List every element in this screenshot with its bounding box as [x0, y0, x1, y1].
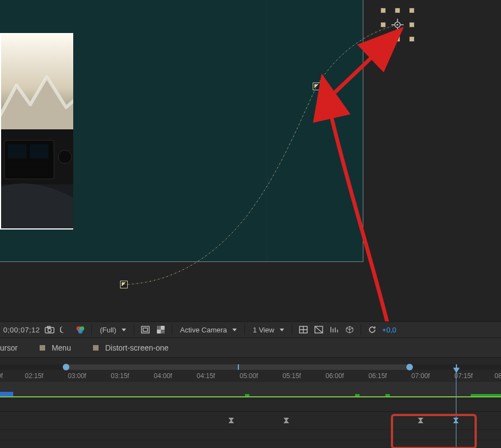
chevron-down-icon [122, 329, 126, 331]
views-dropdown[interactable]: 1 View [251, 325, 286, 335]
keyframe-icon[interactable] [283, 417, 290, 424]
resolution-dropdown[interactable]: (Full) [97, 325, 128, 335]
layer-preview-image[interactable] [0, 33, 73, 230]
svg-rect-17 [141, 326, 149, 333]
keyframe-icon[interactable] [228, 417, 235, 424]
layer-tab-cursor[interactable]: ursor [0, 343, 18, 352]
ruler-tick: 07:15f [454, 372, 472, 380]
color-management-icon[interactable] [75, 324, 86, 335]
channels-icon[interactable] [59, 324, 70, 335]
keyframe-handle-start[interactable] [120, 281, 128, 288]
roi-icon[interactable] [140, 324, 151, 335]
transparency-grid-icon[interactable] [155, 324, 166, 335]
ruler-tick: 08:0 [494, 372, 501, 380]
preview-toolbar: 0;00;07;12 (Full) Active Camera 1 View +… [0, 321, 501, 338]
blue-marker [0, 392, 13, 396]
time-navigator[interactable] [0, 364, 501, 370]
svg-rect-4 [30, 144, 48, 159]
track-row[interactable] [0, 430, 501, 440]
ruler-tick: 05:15f [282, 372, 301, 380]
3d-gizmo-icon[interactable] [344, 324, 355, 335]
ruler-tick: 06:15f [368, 372, 386, 380]
ruler-tick: 0f [0, 372, 3, 380]
camera-label: Active Camera [180, 326, 227, 334]
navigator-end-knob[interactable] [406, 364, 413, 370]
navigator-start-knob[interactable] [63, 364, 69, 370]
time-ruler[interactable]: 0f02:15f03:00f03:15f04:00f04:15f05:00f05… [0, 371, 501, 383]
selected-null-object[interactable] [383, 10, 412, 40]
ruler-tick: 03:00f [68, 372, 86, 380]
ruler-tick: 02:15f [25, 372, 43, 380]
camera-dropdown[interactable]: Active Camera [178, 325, 239, 335]
layer-tab-menu[interactable]: Menu [40, 343, 71, 352]
mask-icon[interactable] [313, 324, 324, 335]
layer-tab-distort[interactable]: Distort-screen-one [93, 343, 168, 352]
guides-icon[interactable] [298, 324, 309, 335]
timeline-tracks[interactable] [0, 382, 501, 440]
svg-rect-21 [161, 330, 165, 334]
views-label: 1 View [253, 326, 274, 334]
ruler-tick: 05:00f [239, 372, 258, 380]
keyframe-handle-mid[interactable] [313, 83, 320, 90]
svg-rect-20 [157, 326, 161, 330]
timeline-panel[interactable]: 0f02:15f03:00f03:15f04:00f04:15f05:00f05… [0, 358, 501, 448]
ruler-tick: 03:15f [111, 372, 129, 380]
ruler-tick: 04:00f [154, 372, 172, 380]
svg-rect-5 [8, 162, 48, 175]
ruler-tick: 06:00f [325, 372, 344, 380]
exposure-value[interactable]: +0,0 [382, 326, 396, 334]
timecode-display-icon[interactable] [329, 324, 340, 335]
svg-point-6 [58, 150, 72, 163]
layer-tabs-row: ursor Menu Distort-screen-one [0, 338, 501, 358]
ruler-tick: 07:00f [411, 372, 429, 380]
svg-rect-3 [8, 144, 26, 159]
track-row[interactable] [0, 382, 501, 399]
composition-viewer[interactable] [0, 0, 501, 321]
chevron-down-icon [280, 329, 284, 331]
keyframe-track[interactable] [0, 412, 501, 430]
svg-point-10 [397, 24, 399, 26]
refresh-icon[interactable] [367, 324, 378, 335]
snapshot-icon[interactable] [44, 324, 55, 335]
resolution-label: (Full) [100, 326, 116, 334]
keyframe-icon[interactable] [417, 417, 424, 424]
ruler-tick: 04:15f [197, 372, 215, 380]
track-row[interactable] [0, 399, 501, 412]
chevron-down-icon [232, 329, 237, 331]
svg-point-16 [78, 329, 83, 334]
anchor-point-icon [391, 19, 404, 31]
svg-point-12 [48, 329, 51, 332]
current-timecode[interactable]: 0;00;07;12 [3, 326, 40, 334]
layer-color-swatch [40, 345, 45, 351]
svg-rect-18 [143, 328, 148, 331]
playhead[interactable] [456, 371, 456, 448]
layer-color-swatch [93, 345, 99, 351]
